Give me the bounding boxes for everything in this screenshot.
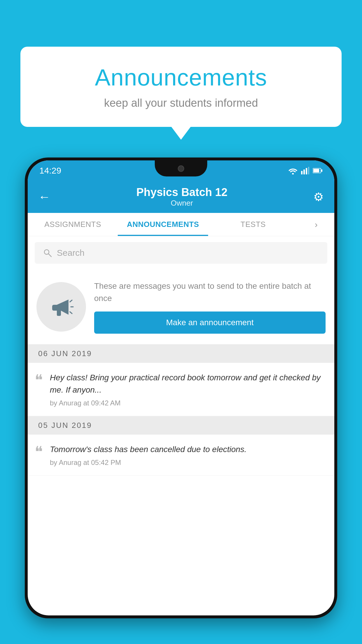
- signal-icon: [301, 167, 309, 174]
- announcements-title: Announcements: [44, 64, 318, 91]
- status-time: 14:29: [39, 166, 61, 176]
- megaphone-icon: [48, 294, 74, 320]
- svg-rect-1: [301, 171, 303, 174]
- svg-rect-6: [321, 169, 322, 172]
- quote-icon-2: ❝: [35, 444, 43, 460]
- settings-button[interactable]: ⚙: [313, 190, 324, 204]
- promo-icon-circle: [36, 282, 86, 332]
- tab-announcements[interactable]: ANNOUNCEMENTS: [118, 213, 208, 236]
- svg-line-12: [70, 312, 72, 314]
- search-bar[interactable]: Search: [35, 242, 327, 264]
- phone-screen: 14:29: [28, 160, 334, 615]
- quote-icon: ❝: [35, 373, 43, 388]
- tab-assignments[interactable]: ASSIGNMENTS: [28, 213, 118, 236]
- announcement-text-2: Tomorrow's class has been cancelled due …: [50, 443, 326, 456]
- phone-frame: 14:29: [25, 158, 337, 618]
- phone-container: 14:29: [25, 158, 337, 644]
- announcements-subtitle: keep all your students informed: [44, 97, 318, 109]
- make-announcement-button[interactable]: Make an announcement: [94, 312, 326, 334]
- announcement-content: Hey class! Bring your practical record b…: [50, 372, 326, 407]
- back-button[interactable]: ←: [38, 190, 50, 204]
- svg-line-10: [70, 300, 72, 302]
- svg-point-0: [292, 173, 294, 174]
- app-header: ← Physics Batch 12 Owner ⚙: [28, 181, 334, 213]
- search-placeholder: Search: [57, 248, 85, 258]
- speech-bubble: Announcements keep all your students inf…: [20, 47, 342, 127]
- speech-bubble-section: Announcements keep all your students inf…: [20, 47, 342, 127]
- search-container: Search: [28, 236, 334, 270]
- announcement-text: Hey class! Bring your practical record b…: [50, 372, 326, 396]
- date-divider-june5: 05 JUN 2019: [28, 416, 334, 435]
- status-bar: 14:29: [28, 160, 334, 181]
- svg-rect-7: [313, 169, 319, 172]
- batch-subtitle: Owner: [136, 199, 228, 208]
- announcement-meta-2: by Anurag at 05:42 PM: [50, 459, 326, 467]
- battery-icon: [313, 168, 323, 174]
- announcement-item[interactable]: ❝ Hey class! Bring your practical record…: [28, 363, 334, 416]
- date-divider-june6: 06 JUN 2019: [28, 344, 334, 363]
- svg-rect-4: [308, 167, 309, 174]
- tab-tests[interactable]: TESTS: [208, 213, 298, 236]
- batch-title: Physics Batch 12: [136, 186, 228, 199]
- notch: [155, 160, 207, 176]
- search-icon: [43, 248, 52, 258]
- wifi-icon: [288, 167, 298, 174]
- announcement-content-2: Tomorrow's class has been cancelled due …: [50, 443, 326, 467]
- announcement-item-2[interactable]: ❝ Tomorrow's class has been cancelled du…: [28, 435, 334, 476]
- tab-more[interactable]: ›: [298, 213, 334, 236]
- tab-bar: ASSIGNMENTS ANNOUNCEMENTS TESTS ›: [28, 213, 334, 236]
- promo-description: These are messages you want to send to t…: [94, 280, 326, 304]
- svg-rect-2: [303, 169, 305, 174]
- svg-rect-3: [306, 168, 307, 174]
- status-icons: [288, 167, 323, 174]
- promo-content: These are messages you want to send to t…: [94, 280, 326, 334]
- promo-card: These are messages you want to send to t…: [28, 270, 334, 344]
- header-center: Physics Batch 12 Owner: [136, 186, 228, 208]
- svg-line-9: [48, 254, 51, 257]
- front-camera: [178, 165, 184, 172]
- announcement-meta: by Anurag at 09:42 AM: [50, 399, 326, 407]
